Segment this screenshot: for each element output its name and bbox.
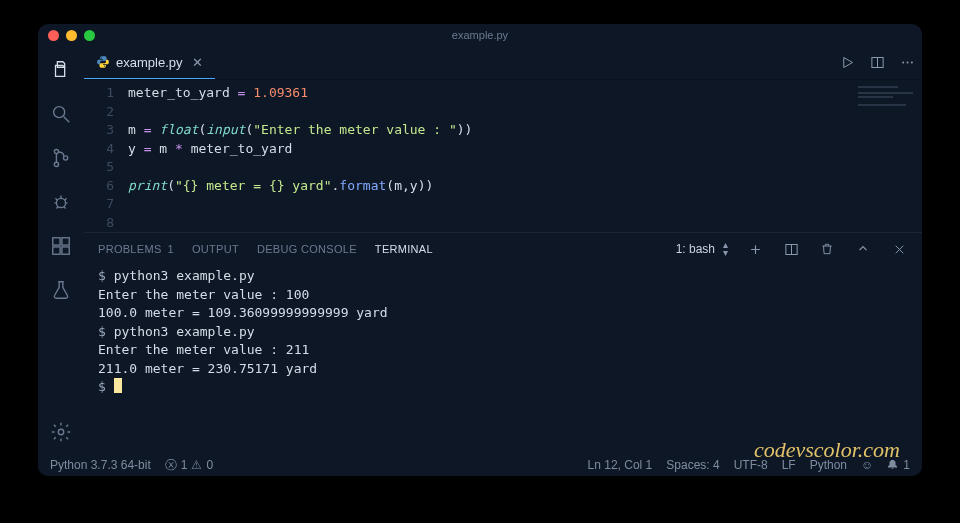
svg-rect-9 [62,238,69,245]
status-eol[interactable]: LF [782,458,796,472]
debug-icon[interactable] [49,190,73,214]
panel-tab-output[interactable]: OUTPUT [192,243,239,255]
svg-rect-7 [53,247,60,254]
status-language[interactable]: Python [810,458,847,472]
settings-gear-icon[interactable] [49,420,73,444]
status-diagnostics[interactable]: ⓧ1 ⚠0 [165,457,213,474]
editor-area: 12345678 meter_to_yard = 1.09361 m = flo… [84,80,922,232]
editor-window: example.py [38,24,922,476]
maximize-panel-icon[interactable] [854,242,872,256]
svg-point-3 [54,162,58,166]
svg-point-14 [902,62,904,64]
main-area: example.py ✕ 12345678 meter_to_yard = 1.… [38,46,922,454]
close-panel-icon[interactable] [890,243,908,256]
terminal-output[interactable]: $ python3 example.pyEnter the meter valu… [84,265,922,454]
split-editor-icon[interactable] [862,46,892,79]
extensions-icon[interactable] [49,234,73,258]
svg-point-2 [54,149,58,153]
tab-close-icon[interactable]: ✕ [192,55,203,70]
svg-marker-11 [843,58,852,68]
split-terminal-icon[interactable] [782,242,800,257]
status-interpreter[interactable]: Python 3.7.3 64-bit [50,458,151,472]
panel-tab-debug[interactable]: DEBUG CONSOLE [257,243,357,255]
tab-filename: example.py [116,55,182,70]
bell-icon: 🔔︎ [887,458,899,472]
new-terminal-icon[interactable] [746,242,764,257]
window-title: example.py [38,29,922,41]
svg-point-10 [58,429,64,435]
editor-tabs: example.py ✕ [84,46,922,80]
run-icon[interactable] [832,46,862,79]
line-gutter: 12345678 [84,84,128,232]
panel-tabs: PROBLEMS 1 OUTPUT DEBUG CONSOLE TERMINAL… [84,233,922,265]
svg-line-1 [64,117,70,123]
svg-point-16 [910,62,912,64]
problems-count: 1 [168,243,174,255]
more-actions-icon[interactable] [892,46,922,79]
search-icon[interactable] [49,102,73,126]
warning-icon: ⚠ [191,458,202,472]
explorer-icon[interactable] [49,58,73,82]
code-content[interactable]: meter_to_yard = 1.09361 m = float(input(… [128,84,922,232]
code-editor[interactable]: 12345678 meter_to_yard = 1.09361 m = flo… [84,80,922,232]
activity-bar [38,46,84,454]
status-cursor-position[interactable]: Ln 12, Col 1 [588,458,653,472]
error-icon: ⓧ [165,457,177,474]
status-feedback-icon[interactable]: ☺ [861,458,873,472]
source-control-icon[interactable] [49,146,73,170]
title-bar: example.py [38,24,922,46]
svg-point-0 [54,107,65,118]
tab-example-py[interactable]: example.py ✕ [84,46,215,79]
svg-point-15 [906,62,908,64]
content-area: example.py ✕ 12345678 meter_to_yard = 1.… [84,46,922,454]
svg-point-4 [63,156,67,160]
kill-terminal-icon[interactable] [818,242,836,256]
select-caret-icon: ▴▾ [723,241,728,257]
status-encoding[interactable]: UTF-8 [734,458,768,472]
test-icon[interactable] [49,278,73,302]
terminal-shell-select[interactable]: 1: bash ▴▾ [676,241,728,257]
panel-tab-terminal[interactable]: TERMINAL [375,243,433,255]
status-bar: Python 3.7.3 64-bit ⓧ1 ⚠0 Ln 12, Col 1 S… [38,454,922,476]
python-file-icon [96,55,110,69]
minimap[interactable] [858,84,918,134]
status-indentation[interactable]: Spaces: 4 [666,458,719,472]
panel-tab-problems[interactable]: PROBLEMS 1 [98,243,174,255]
svg-rect-8 [62,247,69,254]
status-notifications[interactable]: 🔔︎1 [887,458,910,472]
svg-rect-6 [53,238,60,245]
bottom-panel: PROBLEMS 1 OUTPUT DEBUG CONSOLE TERMINAL… [84,232,922,454]
